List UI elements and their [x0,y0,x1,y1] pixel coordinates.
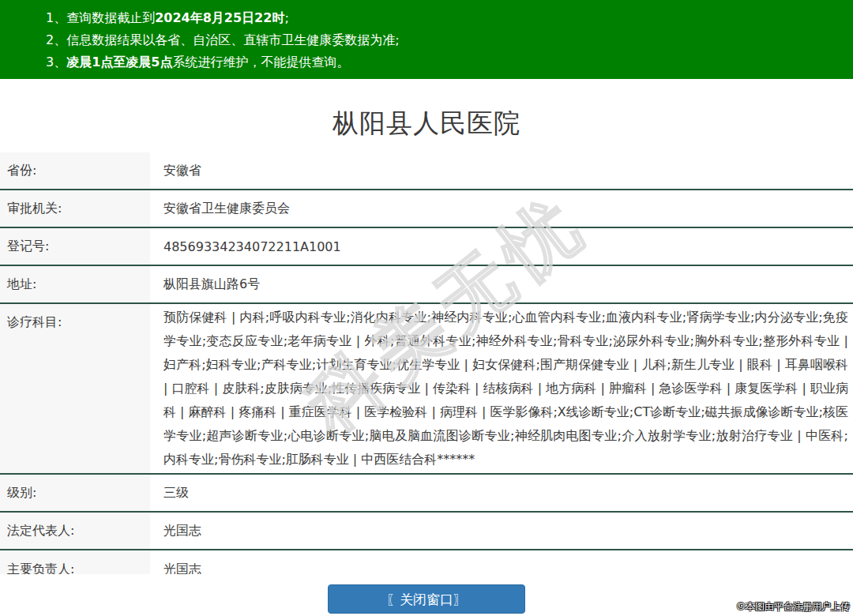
field-value: 光国志 [150,513,853,549]
table-row-main-person-in-charge: 主要负责人: 光国志 [0,550,853,574]
footer-bar: 〖关闭窗口〗 ©本图由平台注册用户上传 [0,574,853,616]
notice-number: 2、 [46,32,66,47]
field-value: 枞阳县旗山路6号 [150,266,853,302]
field-value: 48569334234072211A1001 [150,228,853,265]
title-section: 枞阳县人民医院 [0,79,853,152]
field-label: 登记号: [0,228,150,265]
notice-text: 系统进行维护，不能提供查询。 [172,54,349,69]
field-label: 级别: [0,475,150,511]
field-value: 安徽省卫生健康委员会 [150,190,853,227]
notice-header: 1、查询数据截止到2024年8月25日22时; 2、信息数据结果以各省、自治区、… [0,0,853,79]
notice-line-2: 2、信息数据结果以各省、自治区、直辖市卫生健康委数据为准; [46,29,845,51]
notice-number: 3、 [46,54,66,69]
notice-line-3: 3、凌晨1点至凌晨5点系统进行维护，不能提供查询。 [46,51,845,73]
notice-number: 1、 [46,10,66,25]
table-row-level: 级别: 三级 [0,475,853,513]
notice-text: 信息数据结果以各省、自治区、直辖市卫生健康委数据为准; [66,32,399,47]
field-label: 诊疗科目: [0,304,150,473]
field-label: 审批机关: [0,190,150,227]
table-row-registration-number: 登记号: 48569334234072211A1001 [0,228,853,266]
table-row-approval-authority: 审批机关: 安徽省卫生健康委员会 [0,190,853,228]
notice-bold-text: 凌晨1点至凌晨5点 [66,54,172,69]
field-value: 预防保健科 | 内科;呼吸内科专业;消化内科专业;神经内科专业;心血管内科专业;… [150,304,853,473]
field-value: 三级 [150,475,853,511]
notice-text: 查询数据截止到 [66,10,155,25]
field-label: 主要负责人: [0,550,150,574]
table-row-legal-representative: 法定代表人: 光国志 [0,513,853,550]
table-row-medical-departments: 诊疗科目: 预防保健科 | 内科;呼吸内科专业;消化内科专业;神经内科专业;心血… [0,304,853,475]
notice-bold-text: 2024年8月25日22时 [155,10,284,25]
hospital-info-table: 省份: 安徽省 审批机关: 安徽省卫生健康委员会 登记号: 4856933423… [0,152,853,574]
notice-text: ; [284,10,288,25]
field-value: 安徽省 [150,152,853,189]
copyright-watermark: ©本图由平台注册用户上传 [736,600,850,614]
field-label: 省份: [0,152,150,189]
field-label: 法定代表人: [0,513,150,549]
page-title: 枞阳县人民医院 [0,106,853,141]
notice-line-1: 1、查询数据截止到2024年8月25日22时; [46,7,845,29]
close-window-button[interactable]: 〖关闭窗口〗 [328,584,525,614]
field-value: 光国志 [150,550,853,574]
table-row-address: 地址: 枞阳县旗山路6号 [0,266,853,304]
table-row-province: 省份: 安徽省 [0,152,853,190]
field-label: 地址: [0,266,150,302]
